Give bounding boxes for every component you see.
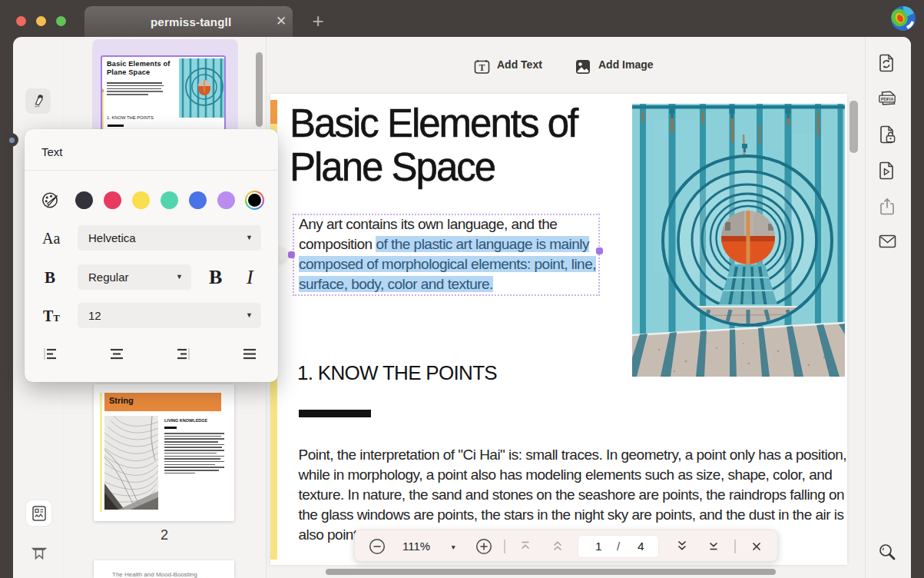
svg-text:PDF/A: PDF/A: [881, 97, 894, 101]
svg-text:T: T: [479, 62, 485, 73]
